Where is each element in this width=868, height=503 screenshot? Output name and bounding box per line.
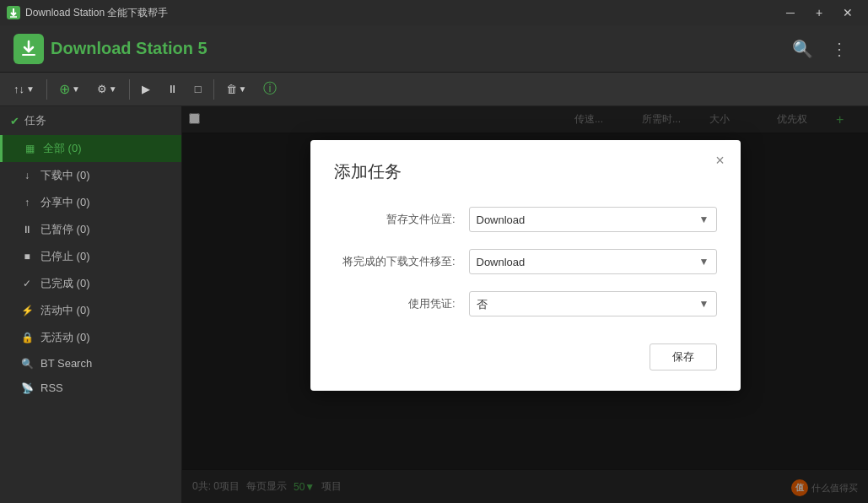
save-button[interactable]: 保存 bbox=[650, 343, 717, 370]
move-completed-label: 将完成的下载文件移至: bbox=[334, 254, 469, 269]
credentials-select[interactable]: 否 是 bbox=[470, 292, 716, 316]
add-icon: ⊕ bbox=[59, 81, 70, 97]
logo-text-normal: Station 5 bbox=[136, 39, 207, 57]
logo-icon bbox=[13, 34, 44, 64]
title-bar-icon bbox=[7, 6, 20, 19]
grid-icon: ▦ bbox=[23, 143, 36, 154]
sidebar-item-stopped-label: 已停止 (0) bbox=[40, 249, 90, 264]
start-icon: ▶ bbox=[142, 83, 150, 95]
stop-icon: □ bbox=[195, 83, 202, 95]
toolbar-sep-1 bbox=[46, 79, 47, 100]
minimize-button[interactable]: ─ bbox=[777, 0, 804, 25]
stop-icon: ■ bbox=[20, 251, 34, 262]
sidebar-item-rss-label: RSS bbox=[40, 381, 63, 394]
move-completed-dropdown[interactable]: Download ▼ bbox=[469, 249, 717, 274]
sidebar-item-all-label: 全部 (0) bbox=[43, 141, 82, 156]
sidebar-item-inactive-label: 无活动 (0) bbox=[40, 330, 90, 345]
search-icon: 🔍 bbox=[20, 358, 34, 370]
temp-location-dropdown[interactable]: Download ▼ bbox=[469, 207, 717, 232]
settings-button[interactable]: ⚙ ▼ bbox=[90, 79, 124, 99]
title-bar-left: Download Station 全能下载帮手 bbox=[7, 6, 168, 20]
sidebar-item-all[interactable]: ▦ 全部 (0) bbox=[0, 135, 181, 162]
sidebar-item-completed-label: 已完成 (0) bbox=[40, 276, 90, 291]
pause-icon: ⏸ bbox=[20, 224, 34, 235]
add-arrow: ▼ bbox=[72, 84, 80, 94]
sidebar-item-completed[interactable]: ✓ 已完成 (0) bbox=[0, 270, 181, 297]
logo-text-bold: Download bbox=[51, 39, 132, 57]
toolbar-sep-3 bbox=[213, 79, 214, 100]
sidebar-item-inactive[interactable]: 🔒 无活动 (0) bbox=[0, 324, 181, 351]
maximize-button[interactable]: + bbox=[806, 0, 833, 25]
search-button[interactable]: 🔍 bbox=[787, 34, 817, 64]
sort-icon: ↑↓ bbox=[13, 83, 24, 95]
add-task-dialog: 添加任务 × 暂存文件位置: Download ▼ 将完成的下载文件移至: bbox=[310, 140, 741, 391]
temp-location-label: 暂存文件位置: bbox=[334, 212, 469, 227]
stop-button[interactable]: □ bbox=[188, 79, 208, 99]
sidebar-item-rss[interactable]: 📡 RSS bbox=[0, 376, 181, 400]
info-icon: ⓘ bbox=[263, 80, 277, 98]
pause-icon: ⏸ bbox=[167, 83, 178, 95]
main-layout: ✔ 任务 ▦ 全部 (0) ↓ 下载中 (0) ↑ 分享中 (0) ⏸ 已暂停 … bbox=[0, 106, 868, 503]
sidebar-item-sharing-label: 分享中 (0) bbox=[40, 195, 90, 210]
modal-overlay: 添加任务 × 暂存文件位置: Download ▼ 将完成的下载文件移至: bbox=[182, 106, 868, 503]
dialog-close-button[interactable]: × bbox=[710, 150, 731, 170]
lock-icon: 🔒 bbox=[20, 332, 34, 343]
logo-text: Download Station 5 bbox=[51, 39, 208, 58]
pause-button[interactable]: ⏸ bbox=[160, 79, 185, 99]
content-area: 传速... 所需时... 大小 优先权 + 拖放文件至此，或输入URL，NZB或… bbox=[182, 106, 868, 503]
delete-button[interactable]: 🗑 ▼ bbox=[219, 79, 254, 99]
title-bar: Download Station 全能下载帮手 ─ + ✕ bbox=[0, 0, 868, 25]
download-icon: ↓ bbox=[20, 170, 34, 181]
title-bar-controls: ─ + ✕ bbox=[777, 0, 861, 25]
sidebar-item-downloading[interactable]: ↓ 下载中 (0) bbox=[0, 162, 181, 189]
settings-icon: ⚙ bbox=[97, 83, 107, 95]
sidebar-tasks-label: 任务 bbox=[24, 113, 46, 128]
temp-location-select[interactable]: Download bbox=[470, 208, 716, 231]
settings-arrow: ▼ bbox=[109, 84, 117, 94]
start-button[interactable]: ▶ bbox=[135, 79, 157, 99]
sidebar-item-paused-label: 已暂停 (0) bbox=[40, 222, 90, 237]
app-header: Download Station 5 🔍 ⋮ bbox=[0, 25, 868, 73]
form-row-temp-location: 暂存文件位置: Download ▼ bbox=[334, 207, 717, 232]
app-logo: Download Station 5 bbox=[13, 34, 208, 64]
close-button[interactable]: ✕ bbox=[834, 0, 861, 25]
sidebar-item-stopped[interactable]: ■ 已停止 (0) bbox=[0, 243, 181, 270]
sidebar-item-bt-search[interactable]: 🔍 BT Search bbox=[0, 351, 181, 376]
bolt-icon: ⚡ bbox=[20, 305, 34, 316]
sidebar-item-bt-search-label: BT Search bbox=[40, 357, 92, 370]
upload-icon: ↑ bbox=[20, 197, 34, 208]
sort-button[interactable]: ↑↓ ▼ bbox=[7, 79, 41, 99]
sidebar-item-downloading-label: 下载中 (0) bbox=[40, 168, 90, 183]
form-row-credentials: 使用凭证: 否 是 ▼ bbox=[334, 291, 717, 316]
dialog-title: 添加任务 bbox=[334, 160, 717, 183]
sidebar-item-active-label: 活动中 (0) bbox=[40, 303, 90, 318]
delete-arrow: ▼ bbox=[239, 84, 247, 94]
sidebar-tasks-title[interactable]: ✔ 任务 bbox=[0, 106, 181, 135]
credentials-label: 使用凭证: bbox=[334, 296, 469, 311]
sidebar: ✔ 任务 ▦ 全部 (0) ↓ 下载中 (0) ↑ 分享中 (0) ⏸ 已暂停 … bbox=[0, 106, 182, 503]
credentials-dropdown[interactable]: 否 是 ▼ bbox=[469, 291, 717, 316]
move-completed-select[interactable]: Download bbox=[470, 250, 716, 273]
rss-icon: 📡 bbox=[20, 382, 34, 394]
window-title: Download Station 全能下载帮手 bbox=[25, 6, 168, 20]
delete-icon: 🗑 bbox=[226, 83, 237, 95]
form-row-move-completed: 将完成的下载文件移至: Download ▼ bbox=[334, 249, 717, 274]
header-actions: 🔍 ⋮ bbox=[787, 34, 855, 64]
sidebar-item-paused[interactable]: ⏸ 已暂停 (0) bbox=[0, 216, 181, 243]
sort-arrow: ▼ bbox=[26, 84, 35, 94]
sidebar-item-active[interactable]: ⚡ 活动中 (0) bbox=[0, 297, 181, 324]
toolbar-sep-2 bbox=[129, 79, 130, 100]
info-button[interactable]: ⓘ bbox=[256, 77, 283, 101]
add-button[interactable]: ⊕ ▼ bbox=[52, 78, 87, 100]
check-icon: ✓ bbox=[20, 278, 34, 289]
menu-button[interactable]: ⋮ bbox=[824, 34, 855, 64]
sidebar-item-sharing[interactable]: ↑ 分享中 (0) bbox=[0, 189, 181, 216]
toolbar: ↑↓ ▼ ⊕ ▼ ⚙ ▼ ▶ ⏸ □ 🗑 ▼ ⓘ bbox=[0, 73, 868, 106]
dialog-footer: 保存 bbox=[334, 343, 717, 370]
